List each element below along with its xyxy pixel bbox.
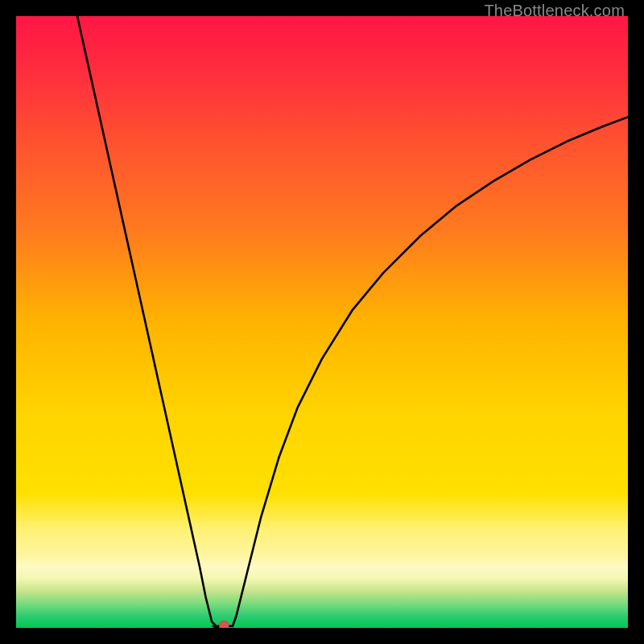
gradient-background — [16, 16, 628, 628]
watermark-text: TheBottleneck.com — [484, 2, 625, 20]
chart-svg — [16, 16, 628, 628]
optimal-marker — [219, 621, 229, 628]
chart-frame — [16, 16, 628, 628]
